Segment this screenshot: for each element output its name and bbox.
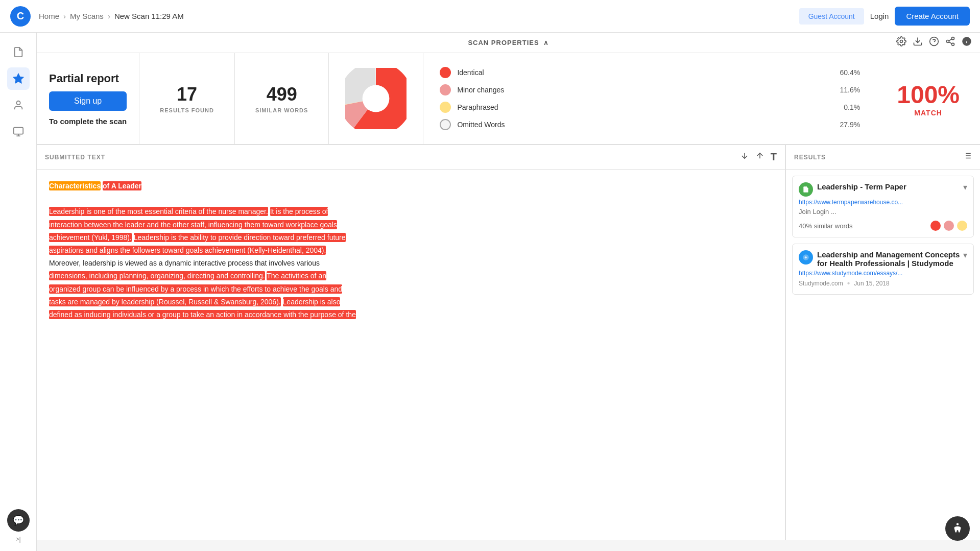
svg-marker-3 xyxy=(13,74,22,83)
result-2-title: Leadership and Management Concepts for H… xyxy=(817,250,963,268)
result-1-dot-red xyxy=(930,221,941,231)
scan-properties-bar: SCAN PROPERTIES ∧ xyxy=(37,33,980,53)
match-score-area: 100% MATCH xyxy=(876,53,980,144)
legend-row-identical: Identical 60.4% xyxy=(440,67,860,78)
legend-dot-minor xyxy=(440,84,451,95)
submitted-text-header: SUBMITTED TEXT T xyxy=(37,145,785,170)
results-found-label: RESULTS FOUND xyxy=(160,107,214,113)
legend-label-identical: Identical xyxy=(457,68,831,77)
scroll-up-icon[interactable] xyxy=(755,151,764,163)
pie-chart-area xyxy=(329,53,423,144)
submitted-text-content: Characteristics of A Leader Leadership i… xyxy=(37,170,785,540)
result-1-dot-yellow xyxy=(957,221,967,231)
svg-point-13 xyxy=(947,40,949,43)
similar-words-label: SIMILAR WORDS xyxy=(255,107,308,113)
breadcrumb-current: New Scan 11:29 AM xyxy=(114,12,184,20)
font-size-icon[interactable]: T xyxy=(771,151,777,163)
legend-label-paraphrased: Paraphrased xyxy=(457,103,831,111)
results-header: RESULTS xyxy=(786,145,980,170)
signup-button[interactable]: Sign up xyxy=(49,91,127,111)
result-card-2-header: Leadership and Management Concepts for H… xyxy=(799,250,967,268)
legend-pct-minor: 11.6% xyxy=(838,86,860,94)
chat-button[interactable]: 💬 xyxy=(7,509,30,532)
complete-scan-label: To complete the scan xyxy=(49,117,127,126)
match-label: MATCH xyxy=(914,109,942,117)
legend-pct-identical: 60.4% xyxy=(838,68,860,77)
logo: C xyxy=(10,6,31,27)
share-icon[interactable] xyxy=(945,36,955,49)
scan-properties-toggle[interactable]: SCAN PROPERTIES ∧ xyxy=(468,39,548,46)
result-2-chevron-icon[interactable]: ▾ xyxy=(963,250,967,260)
scan-properties-chevron-icon: ∧ xyxy=(543,39,549,46)
sidebar-expand-button[interactable]: >| xyxy=(15,536,20,543)
results-panel: RESULTS Leadership - Term Paper xyxy=(786,145,980,540)
sidebar-item-reports[interactable] xyxy=(7,121,30,143)
scan-icons xyxy=(896,36,972,49)
result-2-source: Studymode.com xyxy=(799,280,843,287)
paragraph-1: Leadership is one of the most essential … xyxy=(49,205,773,321)
result-1-chevron-icon[interactable]: ▾ xyxy=(963,182,967,192)
main-content: SCAN PROPERTIES ∧ Partial report Sign xyxy=(37,33,980,551)
svg-point-24 xyxy=(363,85,390,112)
result-1-dot-pink xyxy=(944,221,954,231)
guest-account-button[interactable]: Guest Account xyxy=(799,8,864,25)
result-1-dots xyxy=(930,221,967,231)
svg-point-14 xyxy=(952,43,954,45)
accessibility-button[interactable] xyxy=(945,516,970,541)
sidebar-item-user[interactable] xyxy=(7,94,30,116)
legend-dot-paraphrased xyxy=(440,102,451,113)
results-found-count: 17 xyxy=(177,84,197,105)
legend-dot-omitted xyxy=(440,119,451,130)
result-1-icon xyxy=(799,182,813,197)
results-found-box: 17 RESULTS FOUND xyxy=(139,53,235,144)
result-2-url[interactable]: https://www.studymode.com/essays/... xyxy=(799,270,967,277)
breadcrumb-home[interactable]: Home xyxy=(39,12,59,20)
similar-words-box: 499 SIMILAR WORDS xyxy=(235,53,329,144)
header: C Home › My Scans › New Scan 11:29 AM Gu… xyxy=(0,0,980,33)
sidebar-item-favorites[interactable] xyxy=(7,67,30,90)
breadcrumb-my-scans[interactable]: My Scans xyxy=(70,12,104,20)
download-icon[interactable] xyxy=(913,36,923,49)
result-card-1-header: Leadership - Term Paper ▾ xyxy=(799,182,967,197)
login-button[interactable]: Login xyxy=(870,12,889,20)
partial-report-section: Partial report Sign up To complete the s… xyxy=(37,53,139,144)
legend-area: Identical 60.4% Minor changes 11.6% Para… xyxy=(423,53,876,144)
create-account-button[interactable]: Create Account xyxy=(895,7,970,26)
result-1-url[interactable]: https://www.termpaperwarehouse.co... xyxy=(799,199,967,206)
content-area: SUBMITTED TEXT T Characteristics of A Le… xyxy=(37,145,980,540)
result-1-title: Leadership - Term Paper xyxy=(817,182,906,191)
scroll-down-icon[interactable] xyxy=(740,151,749,163)
results-title: RESULTS xyxy=(794,154,957,161)
result-card-1: Leadership - Term Paper ▾ https://www.te… xyxy=(792,176,974,237)
result-card-2: Leadership and Management Concepts for H… xyxy=(792,244,974,295)
sidebar: 💬 >| xyxy=(0,33,37,551)
results-list: Leadership - Term Paper ▾ https://www.te… xyxy=(786,170,980,540)
scan-properties-label: SCAN PROPERTIES xyxy=(468,39,539,46)
sidebar-bottom: 💬 >| xyxy=(7,509,30,543)
legend-label-minor: Minor changes xyxy=(457,86,831,94)
stats-area: Partial report Sign up To complete the s… xyxy=(37,53,980,145)
breadcrumb: Home › My Scans › New Scan 11:29 AM xyxy=(39,12,184,20)
info-icon[interactable] xyxy=(962,36,972,49)
result-2-date: Jun 15, 2018 xyxy=(854,280,889,287)
settings-icon[interactable] xyxy=(896,36,906,49)
logo-letter: C xyxy=(17,10,24,22)
pie-chart xyxy=(345,68,407,129)
svg-point-12 xyxy=(952,37,954,40)
result-1-similar: 40% similar words xyxy=(799,222,852,230)
breadcrumb-sep-2: › xyxy=(108,12,110,20)
legend-pct-paraphrased: 0.1% xyxy=(838,103,860,111)
partial-report-title: Partial report xyxy=(49,72,127,85)
expand-icon: >| xyxy=(15,536,20,543)
legend-row-paraphrased: Paraphrased 0.1% xyxy=(440,102,860,113)
breadcrumb-sep-1: › xyxy=(63,12,66,20)
similar-words-count: 499 xyxy=(267,84,297,105)
svg-point-4 xyxy=(16,101,20,105)
filter-icon[interactable] xyxy=(963,151,972,163)
legend-dot-identical xyxy=(440,67,451,78)
match-percentage: 100% xyxy=(897,81,960,109)
legend-label-omitted: Omitted Words xyxy=(457,121,831,129)
svg-line-16 xyxy=(949,39,952,40)
sidebar-item-new-document[interactable] xyxy=(7,41,30,63)
help-icon[interactable] xyxy=(929,36,939,49)
